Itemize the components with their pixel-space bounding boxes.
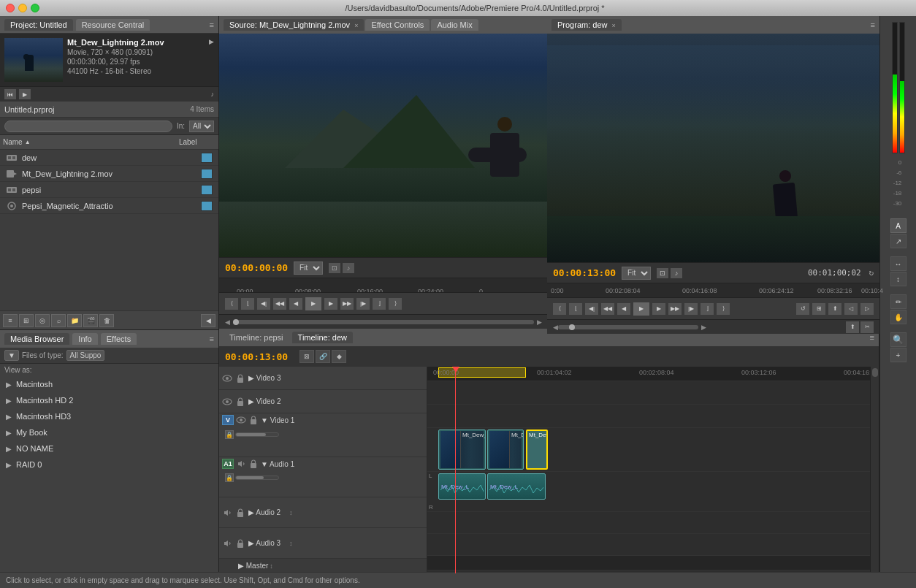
tool-zoom-btn[interactable]: 🔍 — [890, 332, 907, 347]
tool-slip-btn[interactable]: ↕ — [890, 272, 907, 286]
timeline-pepsi-tab[interactable]: Timeline: pepsi — [224, 332, 289, 343]
audio3-mute-icon[interactable] — [222, 538, 232, 549]
tool-zoom-out-btn[interactable]: + — [890, 348, 907, 362]
close-window-button[interactable] — [6, 4, 15, 12]
program-tab-close[interactable]: × — [612, 22, 616, 29]
timeline-dew-tab[interactable]: Timeline: dew — [292, 332, 353, 343]
prog-step-right[interactable]: ⟩ — [717, 303, 730, 315]
video1-opacity-slider[interactable] — [235, 432, 279, 437]
file-type-select[interactable]: All Suppo — [66, 350, 105, 361]
delete-btn[interactable]: 🗑 — [99, 314, 114, 327]
resource-central-tab[interactable]: Resource Central — [76, 19, 150, 31]
timeline-vertical-scrollbar[interactable] — [870, 367, 879, 573]
program-jog-bar[interactable]: ◀ ▶ ⬆ ✂ — [547, 319, 879, 334]
track-row-video3[interactable] — [427, 381, 870, 405]
drive-select[interactable]: ▼ — [4, 350, 19, 361]
program-panel-menu[interactable]: ≡ — [871, 20, 875, 29]
video3-eye-icon[interactable] — [222, 373, 232, 383]
prog-mark-out[interactable]: ⌋ — [701, 303, 714, 315]
media-item-macintosh-hd3[interactable]: ▶ Macintosh HD3 — [0, 408, 218, 424]
timeline-playhead[interactable] — [455, 367, 456, 573]
prog-goto-in[interactable]: ◀| — [585, 303, 598, 315]
source-timecode-display[interactable]: 00:00:00:00 — [225, 262, 288, 273]
source-tab-close[interactable]: × — [354, 22, 358, 29]
list-view-btn[interactable]: ≡ — [3, 314, 18, 327]
project-search-input[interactable] — [4, 121, 172, 132]
prog-jog-slider[interactable] — [558, 325, 698, 329]
prog-export[interactable]: ⬆ — [828, 303, 841, 315]
timeline-panel-menu[interactable]: ≡ — [870, 333, 874, 342]
snap-btn[interactable]: ⊠ — [299, 350, 314, 363]
effects-tab[interactable]: Effects — [101, 333, 137, 345]
source-step-fwd-btn[interactable]: ▶ — [324, 298, 337, 310]
audio1-lock-icon[interactable] — [248, 459, 259, 469]
prog-trim-fwd[interactable]: ▷ — [860, 303, 874, 315]
media-item-macintosh[interactable]: ▶ Macintosh — [0, 376, 218, 392]
audio-clip-1[interactable]: Mt_Dew_L — [438, 473, 486, 500]
program-tab[interactable]: Program: dew × — [551, 19, 622, 31]
source-goto-in-btn[interactable]: ◀| — [257, 298, 270, 310]
tool-type-btn[interactable]: A — [890, 218, 907, 233]
jog-handle[interactable] — [233, 319, 239, 325]
video-clip-3[interactable]: Mt_Dew_L — [526, 429, 548, 470]
info-tab[interactable]: Info — [72, 333, 97, 345]
new-folder-btn[interactable]: 📁 — [67, 314, 82, 327]
program-output-btn[interactable]: ♪ — [671, 268, 682, 278]
media-item-raid0[interactable]: ▶ RAID 0 — [0, 457, 218, 473]
video-clip-1[interactable]: Mt_Dew_L — [438, 429, 486, 470]
track-row-video2[interactable] — [427, 405, 870, 428]
program-fit-select[interactable]: Fit — [622, 267, 651, 280]
new-item-btn[interactable]: 🎬 — [83, 314, 98, 327]
audio2-lock-icon[interactable] — [235, 508, 245, 518]
source-ffwd-btn[interactable]: ▶▶ — [340, 298, 354, 310]
panel-toggle-btn[interactable]: ◀ — [201, 314, 215, 327]
file-item-mt-dew[interactable]: Mt_Dew_Lightning 2.mov — [0, 166, 218, 182]
program-timeline-ruler[interactable]: 0:00 00:02:08:04 00:04:16:08 00:06:24:12… — [547, 283, 879, 297]
source-rewind-btn[interactable]: ◀◀ — [273, 298, 286, 310]
source-mark-out-btn[interactable]: ⌋ — [373, 298, 386, 310]
source-output-btn[interactable]: ♪ — [343, 263, 354, 273]
media-item-my-book[interactable]: ▶ My Book — [0, 424, 218, 440]
video1-lock-icon[interactable] — [248, 415, 259, 425]
preview-prev-btn[interactable]: ⏮ — [4, 89, 16, 99]
video2-eye-icon[interactable] — [222, 397, 232, 407]
scrollbar-v-thumb[interactable] — [872, 368, 878, 377]
source-safe-btn[interactable]: ⊡ — [329, 263, 340, 273]
prog-step-fwd[interactable]: ▶ — [652, 303, 665, 315]
file-item-dew[interactable]: dew — [0, 150, 218, 166]
video1-target-btn[interactable]: V — [222, 415, 234, 425]
project-tab[interactable]: Project: Untitled — [4, 19, 73, 31]
track-row-video1[interactable]: Mt_Dew_L Mt_Dew_L Mt_Dew_L — [427, 428, 870, 472]
source-goto-out-btn[interactable]: |▶ — [356, 298, 370, 310]
prog-step-back[interactable]: ◀ — [617, 303, 630, 315]
source-step-back-btn[interactable]: ◀ — [289, 298, 302, 310]
media-browser-tab[interactable]: Media Browser — [4, 333, 69, 345]
source-fit-select[interactable]: Fit — [294, 261, 323, 275]
maximize-window-button[interactable] — [31, 4, 39, 12]
audio-clip-2[interactable]: Mt_Dew_L — [487, 473, 546, 500]
audio3-lock-icon[interactable] — [235, 538, 245, 549]
program-timecode-display[interactable]: 00:00:13:00 — [553, 267, 616, 278]
media-item-macintosh-hd2[interactable]: ▶ Macintosh HD 2 — [0, 392, 218, 408]
video1-eye-icon[interactable] — [236, 415, 246, 425]
prog-step-left[interactable]: ⟨ — [553, 303, 566, 315]
audio1-volume-slider[interactable] — [235, 476, 279, 480]
tool-select-btn[interactable]: ↗ — [890, 234, 907, 248]
zoom-slider-btn[interactable]: ◎ — [35, 314, 50, 327]
minimize-window-button[interactable] — [18, 4, 27, 12]
video3-lock-icon[interactable] — [235, 373, 245, 383]
panel-menu-button[interactable]: ≡ — [210, 20, 214, 29]
audio1-target-btn[interactable]: A1 — [222, 459, 234, 469]
jog-right-arrow[interactable]: ▶ — [537, 318, 542, 326]
audio1-mute-icon[interactable] — [236, 459, 246, 469]
prog-safe[interactable]: ⊞ — [812, 303, 825, 315]
video2-lock-icon[interactable] — [235, 397, 245, 407]
track-row-audio1[interactable]: L R Mt_Dew_L Mt_Dew_L — [427, 472, 870, 512]
timeline-ruler[interactable]: 00:00:00 00:01:04:02 00:02:08:04 00:03:1… — [427, 367, 870, 381]
prog-ffwd[interactable]: ▶▶ — [668, 303, 682, 315]
source-play-btn[interactable]: ▶ — [305, 297, 321, 310]
source-step-left-btn[interactable]: ⟨ — [225, 298, 238, 310]
track-row-audio2[interactable] — [427, 512, 870, 534]
in-select[interactable]: All — [189, 121, 214, 132]
source-step-right-btn[interactable]: ⟩ — [389, 298, 402, 310]
